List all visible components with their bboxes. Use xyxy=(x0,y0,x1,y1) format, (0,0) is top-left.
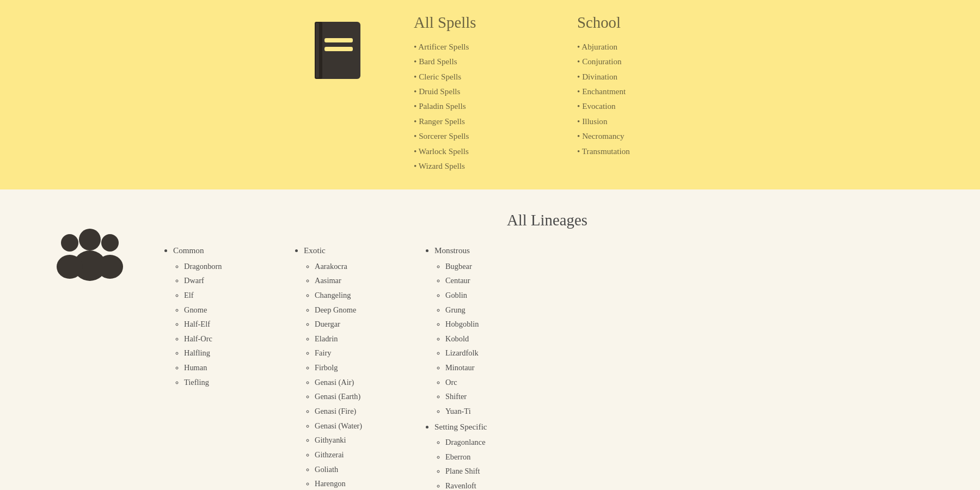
lineages-content-area: All Lineages Common DragonbornDwarfElfGn… xyxy=(163,211,931,490)
list-item[interactable]: Tiefling xyxy=(184,375,272,390)
school-item[interactable]: Conjuration xyxy=(577,54,675,69)
spell-item[interactable]: Paladin Spells xyxy=(414,99,512,113)
monstrous-column: Monstrous BugbearCentaurGoblinGrungHobgo… xyxy=(425,242,534,490)
common-column: Common DragonbornDwarfElfGnomeHalf-ElfHa… xyxy=(163,242,272,490)
list-item[interactable]: Dwarf xyxy=(184,273,272,288)
school-item[interactable]: Enchantment xyxy=(577,84,675,99)
list-item[interactable]: Githyanki xyxy=(315,433,403,448)
list-item[interactable]: Gnome xyxy=(184,303,272,317)
school-item[interactable]: Abjuration xyxy=(577,39,675,54)
list-item[interactable]: Genasi (Air) xyxy=(315,375,403,390)
setting-specific-item[interactable]: Setting Specific DragonlanceEberronPlane… xyxy=(434,419,534,490)
svg-point-9 xyxy=(101,234,119,252)
lineages-columns: Common DragonbornDwarfElfGnomeHalf-ElfHa… xyxy=(163,242,931,490)
list-item[interactable]: Half-Elf xyxy=(184,317,272,332)
spell-item[interactable]: Wizard Spells xyxy=(414,158,512,173)
list-item[interactable]: Plane Shift xyxy=(445,464,534,479)
common-subitems: DragonbornDwarfElfGnomeHalf-ElfHalf-OrcH… xyxy=(173,259,272,390)
people-icon xyxy=(54,217,125,287)
school-title: School xyxy=(577,14,675,32)
top-content: All Spells Artificer SpellsBard SpellsCl… xyxy=(414,11,675,173)
list-item[interactable]: Hobgoblin xyxy=(445,317,534,332)
list-item[interactable]: Eberron xyxy=(445,450,534,464)
list-item[interactable]: Duergar xyxy=(315,317,403,332)
list-item[interactable]: Dragonlance xyxy=(445,435,534,450)
list-item[interactable]: Genasi (Water) xyxy=(315,419,403,433)
list-item[interactable]: Minotaur xyxy=(445,360,534,375)
book-icon xyxy=(305,16,370,87)
svg-rect-2 xyxy=(324,38,353,42)
exotic-list: Exotic AarakocraAasimarChangelingDeep Gn… xyxy=(294,242,403,490)
all-spells-title: All Spells xyxy=(414,14,512,32)
exotic-subitems: AarakocraAasimarChangelingDeep GnomeDuer… xyxy=(304,259,403,490)
all-spells-list: Artificer SpellsBard SpellsCleric Spells… xyxy=(414,39,512,173)
all-spells-column: All Spells Artificer SpellsBard SpellsCl… xyxy=(414,14,512,173)
list-item[interactable]: Human xyxy=(184,360,272,375)
list-item[interactable]: Centaur xyxy=(445,273,534,288)
list-item[interactable]: Goblin xyxy=(445,288,534,303)
setting-specific-subitems: DragonlanceEberronPlane ShiftRavenloftRa… xyxy=(434,435,534,490)
common-list: Common DragonbornDwarfElfGnomeHalf-ElfHa… xyxy=(163,242,272,389)
bottom-section: All Lineages Common DragonbornDwarfElfGn… xyxy=(0,189,980,490)
list-item[interactable]: Halfling xyxy=(184,346,272,360)
school-item[interactable]: Divination xyxy=(577,69,675,84)
school-column: School AbjurationConjurationDivinationEn… xyxy=(577,14,675,173)
list-item[interactable]: Bugbear xyxy=(445,259,534,274)
spell-item[interactable]: Bard Spells xyxy=(414,54,512,69)
exotic-item[interactable]: Exotic AarakocraAasimarChangelingDeep Gn… xyxy=(304,242,403,490)
lineages-title: All Lineages xyxy=(163,211,931,229)
lineages-container: All Lineages Common DragonbornDwarfElfGn… xyxy=(27,211,953,490)
spell-item[interactable]: Ranger Spells xyxy=(414,114,512,128)
monstrous-subitems: BugbearCentaurGoblinGrungHobgoblinKobold… xyxy=(434,259,534,419)
list-item[interactable]: Githzerai xyxy=(315,448,403,462)
school-item[interactable]: Illusion xyxy=(577,114,675,128)
list-item[interactable]: Harengon xyxy=(315,476,403,490)
svg-point-7 xyxy=(61,234,78,252)
lineages-icon-area xyxy=(49,211,131,490)
top-section: All Spells Artificer SpellsBard SpellsCl… xyxy=(0,0,980,189)
spell-item[interactable]: Cleric Spells xyxy=(414,69,512,84)
monstrous-list: Monstrous BugbearCentaurGoblinGrungHobgo… xyxy=(425,242,534,490)
list-item[interactable]: Kobold xyxy=(445,332,534,346)
spell-item[interactable]: Sorcerer Spells xyxy=(414,128,512,143)
spell-item[interactable]: Artificer Spells xyxy=(414,39,512,54)
list-item[interactable]: Deep Gnome xyxy=(315,303,403,317)
list-item[interactable]: Eladrin xyxy=(315,332,403,346)
list-item[interactable]: Yuan-Ti xyxy=(445,404,534,419)
list-item[interactable]: Fairy xyxy=(315,346,403,360)
school-item[interactable]: Transmutation xyxy=(577,144,675,158)
list-item[interactable]: Genasi (Fire) xyxy=(315,404,403,419)
exotic-column: Exotic AarakocraAasimarChangelingDeep Gn… xyxy=(294,242,403,490)
list-item[interactable]: Elf xyxy=(184,288,272,303)
svg-point-8 xyxy=(57,255,83,279)
list-item[interactable]: Genasi (Earth) xyxy=(315,389,403,404)
list-item[interactable]: Aasimar xyxy=(315,273,403,288)
list-item[interactable]: Grung xyxy=(445,303,534,317)
spell-item[interactable]: Druid Spells xyxy=(414,84,512,99)
list-item[interactable]: Goliath xyxy=(315,462,403,477)
svg-rect-4 xyxy=(316,23,319,78)
svg-point-10 xyxy=(97,255,123,279)
list-item[interactable]: Changeling xyxy=(315,288,403,303)
list-item[interactable]: Orc xyxy=(445,375,534,390)
book-icon-area xyxy=(305,11,370,87)
common-item[interactable]: Common DragonbornDwarfElfGnomeHalf-ElfHa… xyxy=(173,242,272,389)
list-item[interactable]: Firbolg xyxy=(315,360,403,375)
list-item[interactable]: Dragonborn xyxy=(184,259,272,274)
list-item[interactable]: Shifter xyxy=(445,389,534,404)
monstrous-item[interactable]: Monstrous BugbearCentaurGoblinGrungHobgo… xyxy=(434,242,534,418)
svg-point-5 xyxy=(79,229,101,250)
school-item[interactable]: Necromancy xyxy=(577,128,675,143)
list-item[interactable]: Ravenloft xyxy=(445,479,534,490)
list-item[interactable]: Aarakocra xyxy=(315,259,403,274)
school-item[interactable]: Evocation xyxy=(577,99,675,113)
list-item[interactable]: Half-Orc xyxy=(184,332,272,346)
spell-item[interactable]: Warlock Spells xyxy=(414,144,512,158)
list-item[interactable]: Lizardfolk xyxy=(445,346,534,360)
school-list: AbjurationConjurationDivinationEnchantme… xyxy=(577,39,675,158)
svg-rect-3 xyxy=(324,47,353,51)
